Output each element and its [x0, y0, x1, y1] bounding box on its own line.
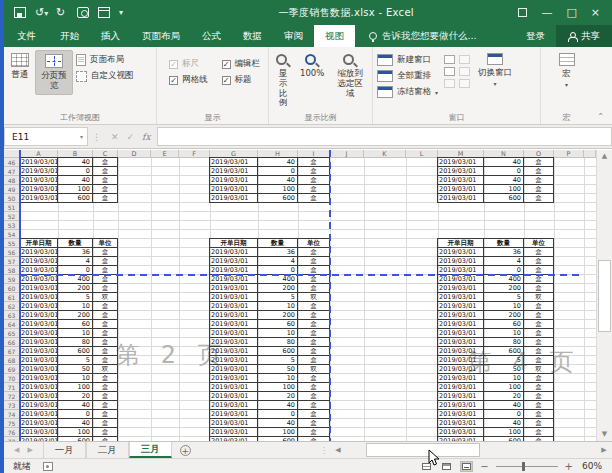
cell[interactable]: 盒 [93, 158, 118, 167]
tab-view[interactable]: 视图 [314, 25, 355, 47]
cell[interactable]: 盒 [93, 194, 118, 203]
cell[interactable]: 2019/03/01 [438, 347, 484, 356]
redo-icon[interactable]: ↻ [56, 7, 68, 18]
cell[interactable]: 40 [484, 401, 524, 410]
sheet-tab-january[interactable]: 一月 [43, 442, 86, 458]
cell[interactable]: 0 [484, 410, 524, 419]
cell[interactable]: 2019/03/01 [438, 365, 484, 374]
cell[interactable]: 2019/03/01 [210, 167, 258, 176]
cell[interactable]: 200 [484, 311, 524, 320]
cell[interactable]: 2019/03/01 [20, 392, 58, 401]
cell[interactable]: 盒 [93, 419, 118, 428]
row-header-66[interactable]: 66 [4, 338, 20, 347]
cell[interactable]: 双 [524, 365, 554, 374]
scroll-down-icon[interactable]: ▼ [597, 428, 612, 441]
tell-me-box[interactable]: 告诉我您想要做什么... [369, 25, 477, 47]
cell[interactable]: 盒 [93, 284, 118, 293]
cell[interactable]: 600 [484, 347, 524, 356]
cell[interactable]: 2019/03/01 [438, 248, 484, 257]
maximize-button[interactable]: □ [566, 6, 576, 19]
cell[interactable]: 2019/03/01 [438, 176, 484, 185]
formula-input[interactable] [157, 127, 612, 146]
cell[interactable]: 盒 [93, 347, 118, 356]
cell[interactable]: 2019/03/01 [20, 293, 58, 302]
cell[interactable]: 2019/03/01 [210, 284, 258, 293]
cell[interactable]: 50 [58, 365, 93, 374]
cell[interactable]: 盒 [93, 401, 118, 410]
cell[interactable]: 2019/03/01 [210, 365, 258, 374]
collapse-ribbon-icon[interactable]: ⌃ [597, 112, 612, 124]
cell[interactable]: 双 [524, 293, 554, 302]
cell[interactable]: 盒 [93, 302, 118, 311]
row-header-57[interactable]: 57 [4, 257, 20, 266]
cell[interactable]: 0 [58, 410, 93, 419]
row-header-74[interactable]: 74 [4, 410, 20, 419]
cell[interactable]: 盒 [298, 248, 330, 257]
cell[interactable]: 2019/03/01 [210, 329, 258, 338]
zoom-out-icon[interactable]: − [480, 461, 488, 472]
cell[interactable]: 2019/03/01 [210, 419, 258, 428]
switch-windows-qat-icon[interactable] [98, 7, 110, 18]
cell[interactable]: 100 [258, 428, 298, 437]
hide-window-icon[interactable] [444, 67, 455, 76]
cell[interactable]: 2019/03/01 [438, 329, 484, 338]
name-box[interactable]: E11 ▾ [4, 127, 88, 146]
row-header-60[interactable]: 60 [4, 284, 20, 293]
horizontal-scrollbar-thumb[interactable] [366, 443, 480, 457]
cell[interactable]: 2019/03/01 [210, 275, 258, 284]
cell[interactable]: 盒 [524, 410, 554, 419]
cell[interactable]: 盒 [298, 374, 330, 383]
cell[interactable]: 盒 [298, 176, 330, 185]
scroll-left-icon[interactable]: ◀ [330, 442, 346, 458]
cell[interactable]: 2019/03/01 [20, 338, 58, 347]
row-header-65[interactable]: 65 [4, 329, 20, 338]
cell[interactable]: 盒 [524, 194, 554, 203]
cell[interactable]: 5 [58, 293, 93, 302]
cell[interactable]: 盒 [298, 437, 330, 441]
row-header-53[interactable]: 53 [4, 221, 20, 230]
cell[interactable]: 2019/03/01 [20, 176, 58, 185]
tab-home[interactable]: 开始 [49, 25, 90, 47]
row-header-59[interactable]: 59 [4, 275, 20, 284]
cell[interactable]: 盒 [524, 428, 554, 437]
sheet-tab-february[interactable]: 二月 [86, 442, 129, 458]
formula-bar-splitter[interactable]: ⋮ [88, 132, 105, 142]
cell[interactable]: 盒 [298, 347, 330, 356]
cell[interactable]: 盒 [93, 248, 118, 257]
cell[interactable]: 100 [484, 185, 524, 194]
cell[interactable]: 400 [58, 275, 93, 284]
cell[interactable]: 50 [484, 365, 524, 374]
row-header-71[interactable]: 71 [4, 383, 20, 392]
cell[interactable]: 10 [258, 374, 298, 383]
ribbon-display-options-icon[interactable] [518, 8, 527, 17]
cell[interactable]: 2019/03/01 [20, 374, 58, 383]
cell[interactable]: 盒 [524, 338, 554, 347]
cell[interactable]: 盒 [524, 356, 554, 365]
reset-window-position-icon[interactable] [459, 79, 470, 88]
cell[interactable]: 盒 [93, 410, 118, 419]
cell[interactable]: 50 [258, 365, 298, 374]
cell[interactable]: 盒 [524, 419, 554, 428]
cell[interactable]: 60 [258, 320, 298, 329]
row-header-49[interactable]: 49 [4, 185, 20, 194]
ruler-checkbox[interactable]: ✓ 标尺 [169, 58, 208, 70]
cell[interactable]: 40 [58, 158, 93, 167]
cell[interactable]: 40 [258, 401, 298, 410]
cell[interactable]: 4 [258, 257, 298, 266]
cell[interactable]: 10 [258, 302, 298, 311]
formula-bar-checkbox[interactable]: ✓ 编辑栏 [222, 58, 261, 70]
row-header-63[interactable]: 63 [4, 311, 20, 320]
vertical-scrollbar[interactable]: ▲ ▼ [596, 150, 612, 441]
vertical-scrollbar-thumb[interactable] [598, 260, 611, 332]
cell[interactable]: 2019/03/01 [20, 302, 58, 311]
cell[interactable]: 400 [484, 275, 524, 284]
cell[interactable]: 600 [484, 194, 524, 203]
cell[interactable]: 5 [484, 356, 524, 365]
zoom-in-icon[interactable]: + [565, 461, 573, 472]
gridlines-checkbox[interactable]: ✓ 网格线 [169, 74, 208, 86]
cell[interactable]: 盒 [298, 185, 330, 194]
cell[interactable]: 40 [58, 401, 93, 410]
minimize-button[interactable]: — [541, 6, 552, 19]
cell[interactable]: 盒 [524, 347, 554, 356]
cell[interactable]: 40 [258, 419, 298, 428]
